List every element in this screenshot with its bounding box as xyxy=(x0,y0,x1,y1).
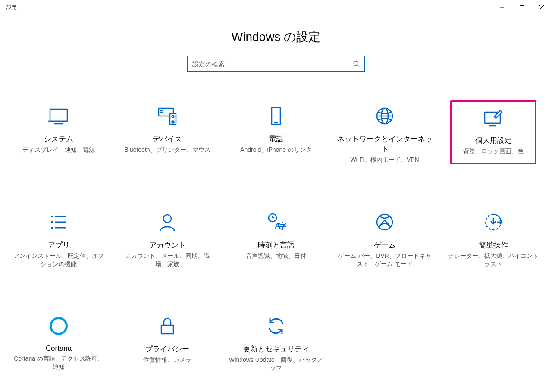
personalization-icon xyxy=(483,107,504,128)
tile-accounts[interactable]: アカウント アカウント、メール、同期、職場、家族 xyxy=(113,212,222,268)
tile-ease-of-access[interactable]: 簡単操作 ナレーター、拡大鏡、ハイコントラスト xyxy=(439,212,548,268)
window-controls xyxy=(492,0,552,14)
svg-rect-6 xyxy=(50,109,67,121)
update-icon xyxy=(266,316,286,336)
svg-rect-39 xyxy=(161,325,173,334)
tile-desc: ゲーム バー、DVR、ブロードキャスト、ゲーム モード xyxy=(337,252,432,268)
maximize-button[interactable] xyxy=(512,0,532,14)
tile-network[interactable]: ネットワークとインターネット Wi-Fi、機内モード、VPN xyxy=(330,106,439,164)
svg-rect-24 xyxy=(51,216,53,217)
tile-label: デバイス xyxy=(153,134,182,144)
tile-desc: Bluetooth、プリンター、マウス xyxy=(124,146,210,154)
cortana-icon xyxy=(48,316,69,336)
svg-point-36 xyxy=(377,214,392,230)
tile-label: 簡単操作 xyxy=(479,240,508,250)
xbox-icon xyxy=(374,212,395,232)
tile-system[interactable]: システム ディスプレイ、通知、電源 xyxy=(4,106,113,164)
tile-desc: ナレーター、拡大鏡、ハイコントラスト xyxy=(446,252,541,268)
tile-devices[interactable]: デバイス Bluetooth、プリンター、マウス xyxy=(113,106,222,164)
search-input[interactable] xyxy=(192,60,353,68)
svg-rect-15 xyxy=(272,107,280,125)
tile-label: Cortana xyxy=(46,344,72,353)
tile-desc: 位置情報、カメラ xyxy=(143,356,191,364)
tile-label: 更新とセキュリティ xyxy=(243,344,309,354)
titlebar: 設定 xyxy=(0,0,552,14)
window-title: 設定 xyxy=(6,4,17,11)
tile-label: 個人用設定 xyxy=(475,135,512,145)
time-language-icon: A字 xyxy=(266,212,286,232)
tile-desc: 背景、ロック画面、色 xyxy=(463,147,524,155)
tile-label: 時刻と言語 xyxy=(258,240,295,250)
settings-grid: システム ディスプレイ、通知、電源 デバイス Bluetooth、プリンター、マ… xyxy=(4,106,548,372)
display-icon xyxy=(48,106,69,126)
search-icon xyxy=(353,60,360,67)
ease-of-access-icon xyxy=(483,212,504,232)
tile-desc: ディスプレイ、通知、電源 xyxy=(22,146,95,154)
svg-text:字: 字 xyxy=(279,221,286,231)
svg-rect-26 xyxy=(51,227,53,229)
svg-line-5 xyxy=(358,65,359,67)
tile-phone[interactable]: 電話 Android、iPhone のリンク xyxy=(222,106,330,164)
person-icon xyxy=(157,212,178,232)
tile-label: システム xyxy=(44,134,73,144)
tile-desc: Cortana の言語、アクセス許可、通知 xyxy=(11,354,106,371)
tile-desc: Wi-Fi、機内モード、VPN xyxy=(350,156,419,164)
svg-point-4 xyxy=(354,61,358,66)
minimize-button[interactable] xyxy=(492,0,512,14)
phone-icon xyxy=(266,106,286,126)
tile-desc: 音声認識、地域、日付 xyxy=(246,252,306,260)
apps-list-icon xyxy=(48,212,69,232)
svg-point-30 xyxy=(163,215,171,223)
tile-desc: Android、iPhone のリンク xyxy=(240,146,312,154)
tile-apps[interactable]: アプリ アンインストール、既定値、オプションの機能 xyxy=(4,212,113,268)
globe-icon xyxy=(374,106,395,126)
tile-cortana[interactable]: Cortana Cortana の言語、アクセス許可、通知 xyxy=(4,316,113,372)
tile-desc: アンインストール、既定値、オプションの機能 xyxy=(11,252,106,268)
tile-time-language[interactable]: A字 時刻と言語 音声認識、地域、日付 xyxy=(222,212,330,268)
tile-desc: Windows Update、回復、バックアップ xyxy=(229,356,323,372)
tile-label: アカウント xyxy=(149,240,186,250)
tile-desc: アカウント、メール、同期、職場、家族 xyxy=(120,252,215,268)
tile-label: アプリ xyxy=(48,240,70,250)
tile-personalization[interactable]: 個人用設定 背景、ロック画面、色 xyxy=(450,100,536,164)
lock-icon xyxy=(157,316,178,336)
tile-privacy[interactable]: プライバシー 位置情報、カメラ xyxy=(113,316,222,372)
svg-rect-1 xyxy=(520,6,524,9)
tile-gaming[interactable]: ゲーム ゲーム バー、DVR、ブロードキャスト、ゲーム モード xyxy=(330,212,439,268)
search-box[interactable] xyxy=(187,56,365,72)
page-title: Windows の設定 xyxy=(0,29,552,45)
tile-update-security[interactable]: 更新とセキュリティ Windows Update、回復、バックアップ xyxy=(222,316,330,372)
devices-icon xyxy=(157,106,178,126)
close-button[interactable] xyxy=(532,0,552,14)
svg-rect-25 xyxy=(51,221,53,223)
tile-label: プライバシー xyxy=(145,344,189,354)
tile-label: ゲーム xyxy=(374,240,396,250)
tile-label: 電話 xyxy=(269,134,283,144)
tile-label: ネットワークとインターネット xyxy=(334,134,436,154)
